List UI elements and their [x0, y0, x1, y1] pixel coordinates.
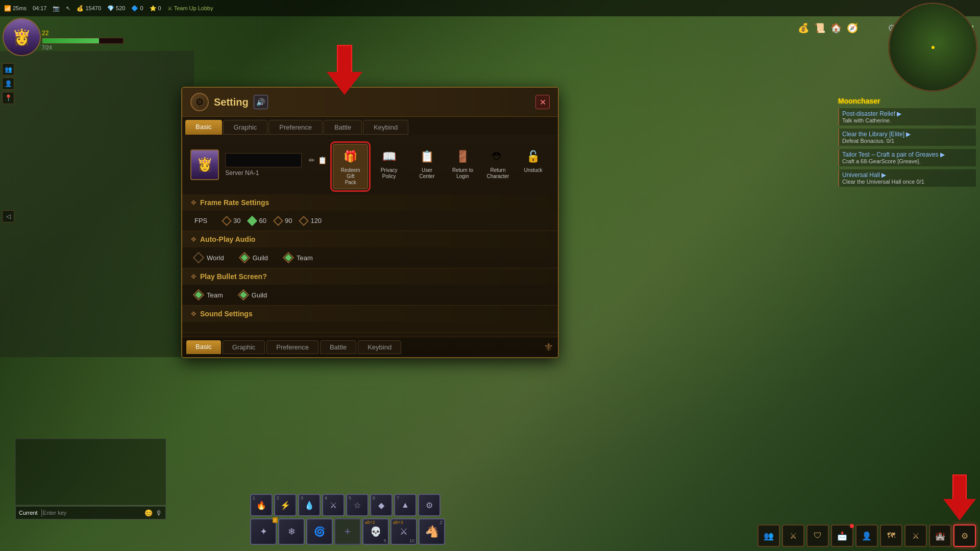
- skill2-slot-2[interactable]: 2 ⚡: [274, 494, 297, 516]
- frame-rate-content: FPS 30 60 90 120: [182, 211, 558, 231]
- auto-play-header: ❖ Auto-Play Audio: [182, 231, 558, 247]
- dialog-sound-btn[interactable]: 🔊: [254, 95, 268, 109]
- annotation-arrow-top: [327, 45, 362, 95]
- nav-privacy-policy[interactable]: 📖 Privacy Policy: [370, 144, 408, 189]
- hud-scroll-icon[interactable]: 📜: [814, 22, 825, 34]
- cursor-icon-stat: ↖: [66, 5, 70, 12]
- minimap[interactable]: [888, 3, 977, 92]
- minimap-player: [932, 46, 935, 49]
- skill2-slot-6[interactable]: 6 ◆: [370, 494, 393, 516]
- dialog-header: ⚙ Setting 🔊 ✕: [182, 88, 558, 117]
- fps-30-value: 30: [233, 217, 240, 224]
- skill2-slot-7[interactable]: 7 ▲: [394, 494, 416, 516]
- tab-basic[interactable]: Basic: [185, 120, 222, 135]
- br-mail-btn[interactable]: 📩: [831, 524, 853, 547]
- dialog-body: 👸 ✏ 📋 Server NA-1 🎁 Redeem GiftPack: [182, 135, 558, 357]
- fps-60-diamond: [248, 216, 258, 226]
- autoplay-team-option[interactable]: Team: [284, 254, 313, 262]
- br-person-btn[interactable]: 👤: [855, 524, 878, 547]
- character-portrait[interactable]: 👸: [3, 18, 41, 56]
- br-character-btn[interactable]: ⚔: [904, 524, 927, 547]
- sound-header: ❖ Sound Settings: [182, 306, 558, 322]
- nav-return-login[interactable]: 🚪 Return toLogin: [446, 144, 479, 189]
- team-up-button[interactable]: ⚔ Team Up Lobby: [167, 5, 213, 12]
- skill-slot-3[interactable]: alt+2 💀 5: [362, 518, 389, 545]
- sidebar-person-icon[interactable]: 👤: [2, 78, 14, 90]
- br-shield-btn[interactable]: 🛡: [806, 524, 829, 547]
- br-map-btn[interactable]: 🗺: [880, 524, 902, 547]
- health-text: 7/24: [42, 45, 124, 51]
- hud-gold-icon[interactable]: 💰: [798, 22, 809, 34]
- bullet-guild-option[interactable]: Guild: [239, 291, 267, 299]
- dialog-close-btn[interactable]: ✕: [535, 95, 550, 109]
- fps-option-60[interactable]: 60: [249, 217, 266, 224]
- nav-redeem-gift[interactable]: 🎁 Redeem GiftPack: [333, 144, 368, 189]
- bottom-right-buttons: 👥 ⚔ 🛡 📩 👤 🗺 ⚔ 🏰 ⚙: [757, 524, 976, 547]
- br-sword-btn[interactable]: ⚔: [782, 524, 804, 547]
- fps-option-90[interactable]: 90: [275, 217, 292, 224]
- profile-copy-icon[interactable]: 📋: [318, 156, 327, 164]
- skill2-slot-3[interactable]: 3 💧: [298, 494, 321, 516]
- tab-preference[interactable]: Preference: [268, 120, 323, 135]
- chat-icons: 😊 🎙: [144, 509, 162, 517]
- chat-area: [15, 439, 166, 505]
- autoplay-guild-checkbox[interactable]: [238, 252, 250, 264]
- skill-slot-add[interactable]: +: [334, 518, 361, 545]
- skill2-slot-4[interactable]: 4 ⚔: [322, 494, 345, 516]
- br-settings-btn[interactable]: ⚙: [953, 524, 976, 547]
- fps-option-30[interactable]: 30: [223, 217, 240, 224]
- secondary-skillbar: 1 🔥 2 ⚡ 3 💧 4 ⚔ 5 ☆ 6 ◆ 7 ▲ ⚙: [250, 494, 440, 516]
- bullet-guild-checkbox[interactable]: [237, 289, 249, 301]
- autoplay-team-checkbox[interactable]: [283, 252, 295, 264]
- main-skillbar: ✦ 2 ❄ 🌀 + alt+2 💀 5 alt+3 ⚔ 10 Z 🐴: [250, 518, 445, 545]
- hud-compass-icon[interactable]: 🧭: [847, 22, 858, 34]
- skill-key-label-3: alt+2: [365, 520, 375, 525]
- autoplay-team-label: Team: [297, 254, 313, 262]
- stat1-stat: 🔷 0: [131, 5, 143, 12]
- fps-option-120[interactable]: 120: [300, 217, 322, 224]
- br-guild-btn[interactable]: 🏰: [929, 524, 951, 547]
- skill2-slot-1[interactable]: 1 🔥: [250, 494, 273, 516]
- user-center-icon: 📋: [418, 147, 436, 166]
- skill2-slot-gear[interactable]: ⚙: [418, 494, 440, 516]
- sidebar-collapse-icon[interactable]: ◁: [2, 210, 14, 222]
- skill-slot-0[interactable]: ✦ 2: [250, 518, 277, 545]
- autoplay-world-option[interactable]: World: [194, 254, 224, 262]
- fps-label: FPS: [194, 217, 215, 224]
- nav-unstuck[interactable]: 🔓 Unstuck: [517, 144, 550, 189]
- quest-panel: Moonchaser Post-disaster Relief ▶ Talk w…: [838, 97, 976, 187]
- autoplay-guild-option[interactable]: Guild: [240, 254, 268, 262]
- sidebar-map-icon[interactable]: 📍: [2, 92, 14, 104]
- quest-desc-3: Clear the Universal Hall once 0/1: [842, 179, 973, 185]
- autoplay-world-checkbox[interactable]: [193, 252, 205, 264]
- sound-arrow: ❖: [190, 310, 197, 318]
- tab-keybind[interactable]: Keybind: [363, 120, 408, 135]
- skill-slot-5[interactable]: Z 🐴: [419, 518, 445, 545]
- tab-preference-bottom[interactable]: Preference: [266, 340, 318, 354]
- skill-slot-4[interactable]: alt+3 ⚔ 10: [390, 518, 417, 545]
- bullet-team-option[interactable]: Team: [194, 291, 223, 299]
- signal-icon: 📶: [4, 5, 11, 12]
- tab-graphic[interactable]: Graphic: [223, 120, 268, 135]
- tab-graphic-bottom[interactable]: Graphic: [223, 340, 265, 354]
- nav-user-center[interactable]: 📋 User Center: [410, 144, 444, 189]
- hud-house-icon[interactable]: 🏠: [830, 22, 842, 34]
- tabs-logo: ⚜: [544, 340, 554, 354]
- skill-slot-2[interactable]: 🌀: [306, 518, 333, 545]
- tab-keybind-bottom[interactable]: Keybind: [358, 340, 401, 354]
- chat-mic-icon[interactable]: 🎙: [156, 509, 162, 517]
- currency2-stat: 💎 520: [107, 5, 125, 12]
- skill-badge-0: 2: [273, 517, 278, 523]
- nav-return-character[interactable]: ⛑ ReturnCharacter: [481, 144, 514, 189]
- skill-slot-1[interactable]: ❄: [278, 518, 305, 545]
- tab-battle-bottom[interactable]: Battle: [320, 340, 356, 354]
- tab-basic-bottom[interactable]: Basic: [186, 340, 221, 354]
- chat-emoji-icon[interactable]: 😊: [144, 509, 153, 517]
- br-social-btn[interactable]: 👥: [757, 524, 780, 547]
- fps-120-diamond: [299, 216, 309, 226]
- profile-edit-icon[interactable]: ✏: [309, 156, 315, 164]
- sidebar-social-icon[interactable]: 👥: [2, 63, 14, 76]
- tab-battle[interactable]: Battle: [324, 120, 362, 135]
- bullet-team-checkbox[interactable]: [193, 289, 205, 301]
- skill2-slot-5[interactable]: 5 ☆: [346, 494, 369, 516]
